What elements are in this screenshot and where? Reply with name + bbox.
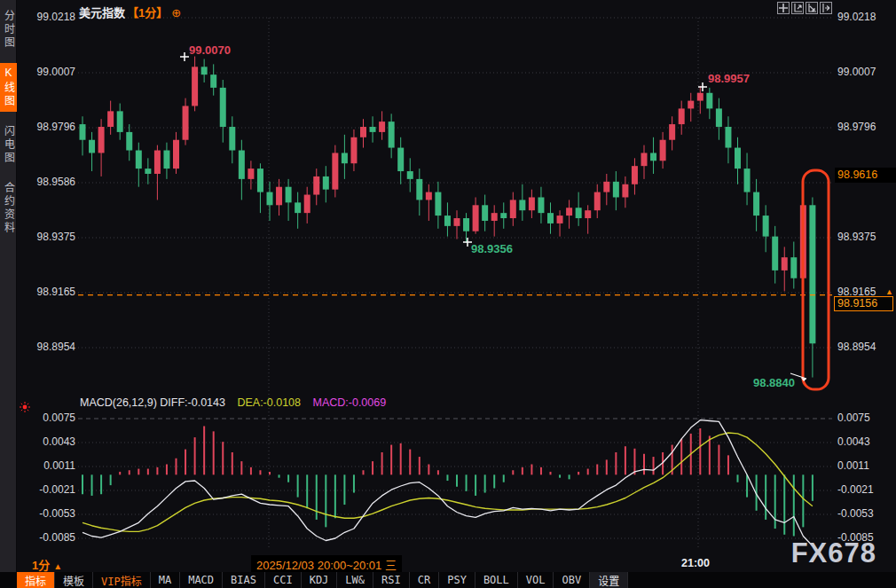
- candles-layer: [80, 57, 816, 378]
- session-time-range: 2025/12/03 20:00~20:01 三: [251, 555, 402, 574]
- crosshair-icon: [779, 4, 788, 12]
- price-annotation: 99.0070: [189, 43, 231, 57]
- macd-params-diff-value: MACD(26,12,9) DIFF:-0.0143: [80, 396, 225, 409]
- shift-chart-button[interactable]: [820, 2, 832, 14]
- sidebar-tab-分时图[interactable]: 分时图: [0, 6, 17, 53]
- circled-plus-icon[interactable]: ⊕: [171, 6, 181, 20]
- annotations-layer: 99.007098.995798.935698.8840: [78, 43, 832, 389]
- trading-app-window: 99.007098.995798.935698.8840 分时图K线图闪电图合约…: [0, 0, 896, 588]
- toolbar-item-MACD[interactable]: MACD: [180, 572, 223, 588]
- crash-highlight-box: [803, 170, 829, 389]
- dea-value: DEA:-0.0108: [237, 396, 301, 409]
- macd-legend: MACD(26,12,9) DIFF:-0.0143 DEA:-0.0108 M…: [80, 396, 386, 409]
- price-axis-label-right: 98.9375: [837, 231, 876, 243]
- price-axis-label-right: 98.8954: [837, 341, 876, 353]
- chart-title: 美元指数【1分】⊕: [79, 4, 181, 20]
- x-axis-scale-button[interactable]: [806, 2, 818, 14]
- indicator-toolbar: 指标模板VIP指标MAMACDBIASCCIKDJLW&RSICRPSYBOLL…: [0, 572, 896, 588]
- sidebar-tab-K线图[interactable]: K线图: [0, 63, 17, 112]
- macd-axis-label-right: -0.0021: [837, 483, 874, 496]
- macd-axis-label-right: 0.0011: [837, 459, 869, 472]
- toolbar-item-CCI[interactable]: CCI: [265, 572, 302, 588]
- pan-tool-button[interactable]: [777, 2, 790, 14]
- toolbar-item-CR[interactable]: CR: [410, 572, 439, 588]
- toolbar-item-指标[interactable]: 指标: [17, 572, 55, 588]
- main-chart-canvas[interactable]: 99.007098.995798.935698.8840: [0, 0, 896, 588]
- toolbar-item-MA[interactable]: MA: [151, 572, 180, 588]
- period-text: 1分: [32, 559, 50, 572]
- live-indicator-icon[interactable]: [19, 401, 31, 417]
- price-annotation: 98.9957: [708, 72, 750, 85]
- bar-shift-right-icon: [821, 4, 830, 12]
- price-axis-label-right: 99.0007: [837, 66, 876, 78]
- price-up-arrow-icon: ▲: [885, 287, 893, 296]
- toolbar-item-RSI[interactable]: RSI: [373, 572, 410, 588]
- fx678-watermark: FX678: [791, 537, 876, 569]
- macd-axis-label-right: -0.0053: [837, 507, 874, 520]
- toolbar-item-KDJ[interactable]: KDJ: [302, 572, 338, 588]
- toolbar-item-设置[interactable]: 设置: [590, 572, 628, 588]
- sidebar-tab-合约资料[interactable]: 合约资料: [0, 178, 17, 239]
- toolbar-item-PSY[interactable]: PSY: [439, 572, 476, 588]
- macd-axis-label-right: 0.0075: [837, 412, 870, 424]
- price-axis-label-right: 98.9796: [837, 121, 876, 133]
- price-annotation: 98.8840: [753, 376, 795, 389]
- current-price-tag: 98.9156: [834, 296, 893, 311]
- macd-value: MACD:-0.0069: [313, 396, 387, 409]
- time-axis-hour-label: 21:00: [681, 557, 710, 569]
- chart-tool-buttons: [777, 2, 832, 14]
- toolbar-item-OBV[interactable]: OBV: [554, 572, 590, 588]
- interval-label: 【1分】: [127, 6, 168, 20]
- period-dropdown-arrow-icon: ▲: [53, 561, 62, 571]
- sidebar-tab-闪电图[interactable]: 闪电图: [0, 122, 17, 169]
- toolbar-item-BIAS[interactable]: BIAS: [223, 572, 265, 588]
- toolbar-item-VIP指标[interactable]: VIP指标: [93, 572, 151, 588]
- chart-type-sidebar: 分时图K线图闪电图合约资料: [0, 0, 17, 572]
- toolbar-item-BOLL[interactable]: BOLL: [476, 572, 518, 588]
- y-axis-scale-button[interactable]: [791, 2, 804, 14]
- toolbar-item-LW&[interactable]: LW&: [337, 572, 373, 588]
- axis-scale-right-icon: [807, 4, 816, 12]
- macd-axis-label-right: 0.0043: [837, 435, 870, 448]
- session-open-price-tag: 98.9616: [835, 168, 896, 183]
- toolbar-item-模板[interactable]: 模板: [55, 572, 93, 588]
- macd-layer: [83, 420, 813, 546]
- period-selector[interactable]: 1分▲: [32, 556, 62, 573]
- price-axis-label-right: 99.0218: [837, 11, 876, 23]
- toolbar-item-VOL[interactable]: VOL: [518, 572, 554, 588]
- price-annotation: 98.9356: [471, 242, 513, 255]
- symbol-name: 美元指数: [79, 6, 125, 20]
- axis-scale-up-icon: [793, 4, 802, 12]
